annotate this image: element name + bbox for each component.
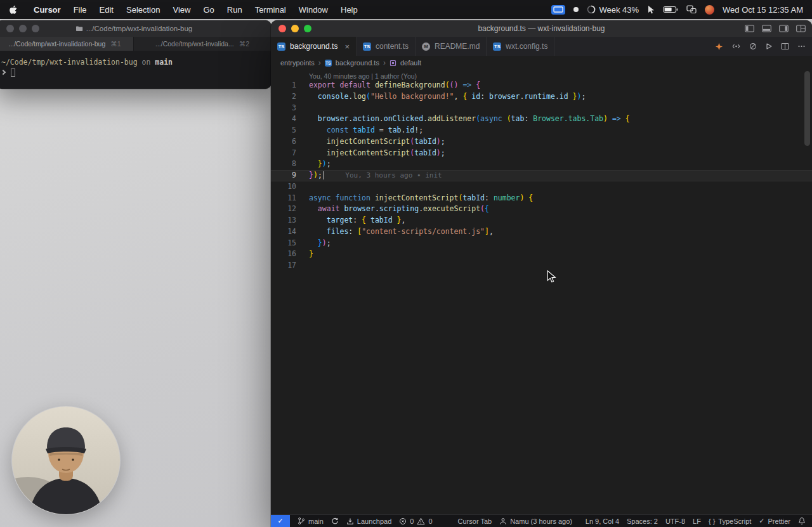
line-number[interactable]: 5 [271, 125, 296, 136]
tab-background-ts[interactable]: TS background.ts × [271, 37, 357, 56]
line-number[interactable]: 12 [271, 204, 296, 215]
layout-sidebar-right-icon[interactable] [779, 25, 789, 32]
code-text[interactable]: }); [309, 159, 331, 170]
code-text[interactable]: async function injectContentScript(tabId… [309, 193, 533, 204]
code-line[interactable]: 3 [271, 103, 812, 114]
cursor-ai-spark-icon[interactable] [715, 42, 723, 51]
breadcrumb-symbol[interactable]: default [400, 59, 421, 67]
open-changes-icon[interactable] [731, 42, 741, 50]
run-icon[interactable] [765, 42, 773, 50]
line-number[interactable]: 11 [271, 193, 296, 204]
code-line[interactable]: 16} [271, 249, 812, 260]
split-editor-icon[interactable] [781, 42, 789, 50]
battery-icon[interactable] [663, 6, 678, 13]
code-text[interactable]: } [309, 249, 313, 260]
code-text[interactable]: target: { tabId }, [309, 215, 405, 226]
zoom-button[interactable] [304, 25, 311, 32]
line-number[interactable]: 10 [271, 181, 296, 193]
tab-readme-md[interactable]: M README.md [416, 37, 487, 56]
line-number[interactable]: 9 [271, 170, 296, 181]
line-number[interactable]: 16 [271, 249, 296, 260]
layout-panel-icon[interactable] [762, 25, 771, 32]
terminal-window[interactable]: .../Code/tmp/wxt-invalidation-bug .../Co… [0, 20, 272, 89]
terminal-tab-2[interactable]: .../Code/tmp/wxt-invalida... ⌘2 [134, 37, 272, 51]
menu-item-selection[interactable]: Selection [120, 5, 166, 15]
camera-app-icon[interactable] [705, 5, 714, 15]
code-line[interactable]: 1export default defineBackground(() => { [271, 80, 812, 91]
line-number[interactable]: 14 [271, 226, 296, 238]
menu-item-window[interactable]: Window [292, 5, 334, 15]
code-line[interactable]: 6 injectContentScript(tabId); [271, 136, 812, 148]
remote-indicator[interactable]: ✓ [271, 515, 290, 527]
eol-status[interactable]: LF [693, 517, 701, 525]
indentation-status[interactable]: Spaces: 2 [627, 517, 658, 525]
code-line[interactable]: 4 browser.action.onClicked.addListener(a… [271, 114, 812, 125]
code-line[interactable]: 9});You, 3 hours ago • init [271, 170, 812, 181]
menu-item-go[interactable]: Go [197, 5, 220, 15]
terminal-titlebar[interactable]: .../Code/tmp/wxt-invalidation-bug [0, 20, 272, 37]
notifications-bell-icon[interactable] [798, 517, 806, 525]
menu-item-file[interactable]: File [67, 5, 93, 15]
menu-item-run[interactable]: Run [221, 5, 249, 15]
code-text[interactable]: injectContentScript(tabId); [309, 136, 445, 148]
code-line[interactable]: 14 files: ["content-scripts/content.js"]… [271, 226, 812, 238]
terminal-tab-1[interactable]: .../Code/tmp/wxt-invalidation-bug ⌘1 [0, 37, 134, 51]
menu-item-view[interactable]: View [166, 5, 197, 15]
line-number[interactable]: 1 [271, 80, 296, 91]
breadcrumb-file[interactable]: background.ts [336, 59, 379, 67]
code-line[interactable]: 12 await browser.scripting.executeScript… [271, 204, 812, 215]
displays-menu-icon[interactable] [686, 5, 697, 14]
code-text[interactable]: console.log("Hello background!", { id: b… [309, 91, 586, 103]
week-progress[interactable]: Week 43% [587, 5, 639, 15]
cursor-tab-status[interactable]: Cursor Tab [458, 517, 492, 525]
code-line[interactable]: 17 [271, 260, 812, 271]
line-number[interactable]: 4 [271, 114, 296, 125]
minimize-button[interactable] [291, 25, 299, 32]
more-actions-icon[interactable] [797, 42, 806, 50]
apple-menu-icon[interactable] [9, 5, 17, 15]
menu-item-edit[interactable]: Edit [93, 5, 120, 15]
launchpad-status[interactable]: Launchpad [346, 517, 391, 525]
tab-wxt-config-ts[interactable]: TS wxt.config.ts [487, 37, 554, 56]
close-button[interactable] [6, 25, 14, 32]
close-button[interactable] [278, 25, 286, 32]
code-line[interactable]: 2 console.log("Hello background!", { id:… [271, 91, 812, 103]
menu-item-terminal[interactable]: Terminal [249, 5, 292, 15]
recording-dot-icon[interactable] [573, 7, 579, 12]
line-number[interactable]: 15 [271, 238, 296, 249]
menu-clock[interactable]: Wed Oct 15 12:35 AM [723, 5, 803, 15]
line-number[interactable]: 17 [271, 260, 296, 271]
code-text[interactable]: browser.action.onClicked.addListener(asy… [309, 114, 630, 125]
code-editor[interactable]: You, 40 minutes ago | 1 author (You) 1ex… [271, 70, 812, 514]
code-text[interactable]: await browser.scripting.executeScript({ [309, 204, 489, 215]
line-number[interactable]: 3 [271, 103, 296, 114]
line-number[interactable]: 7 [271, 148, 296, 159]
line-number[interactable]: 6 [271, 136, 296, 148]
sync-icon[interactable] [331, 517, 339, 525]
line-number[interactable]: 13 [271, 215, 296, 226]
code-line[interactable]: 8 }); [271, 159, 812, 170]
screen-share-icon[interactable] [551, 5, 565, 15]
code-line[interactable]: 10 [271, 181, 812, 193]
minimize-button[interactable] [19, 25, 27, 32]
cursor-window[interactable]: background.ts — wxt-invalidation-bug TS … [271, 20, 812, 527]
git-branch-status[interactable]: main [298, 517, 324, 525]
terminal-content[interactable]: ~/Code/tmp/wxt-invalidation-bug on main [0, 51, 272, 89]
code-line[interactable]: 13 target: { tabId }, [271, 215, 812, 226]
line-number[interactable]: 8 [271, 159, 296, 170]
pointer-menu-icon[interactable] [647, 5, 655, 14]
circle-slash-icon[interactable] [749, 42, 757, 50]
codelens-blame[interactable]: You, 40 minutes ago | 1 author (You) [271, 70, 812, 80]
layout-sidebar-left-icon[interactable] [745, 25, 754, 32]
window-titlebar[interactable]: background.ts — wxt-invalidation-bug [271, 20, 812, 37]
code-line[interactable]: 11async function injectContentScript(tab… [271, 193, 812, 204]
code-text[interactable]: }); [309, 238, 331, 249]
zoom-button[interactable] [32, 25, 39, 32]
line-number[interactable]: 2 [271, 91, 296, 103]
code-text[interactable]: });You, 3 hours ago • init [309, 170, 442, 181]
formatter-status[interactable]: ✓ Prettier [759, 517, 790, 525]
problems-status[interactable]: 0 0 [399, 517, 432, 525]
cursor-position-status[interactable]: Ln 9, Col 4 [586, 517, 619, 525]
editor-scrollbar[interactable] [804, 71, 810, 146]
code-text[interactable]: files: ["content-scripts/content.js"], [309, 226, 494, 238]
